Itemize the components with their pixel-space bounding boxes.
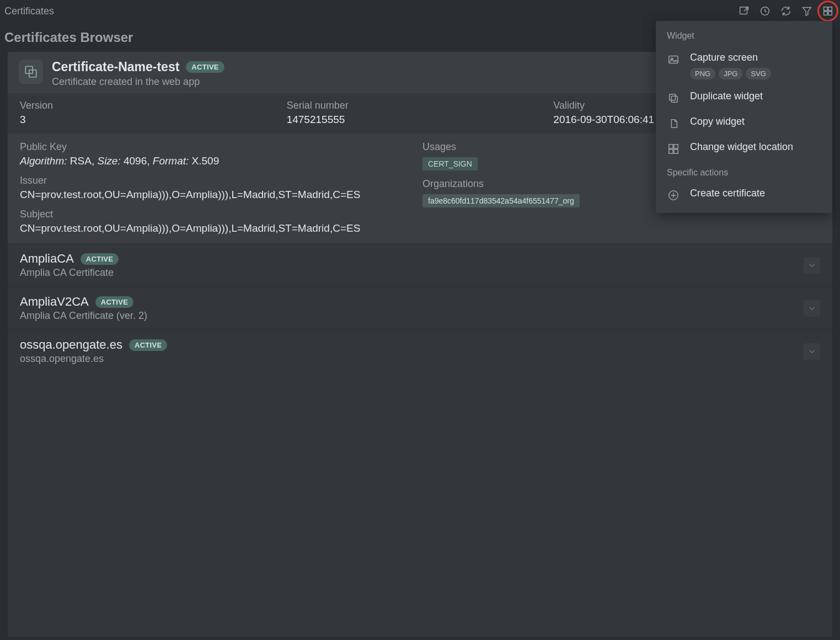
svg-rect-8 <box>669 56 678 63</box>
version-label: Version <box>20 100 287 111</box>
menu-label: Create certificate <box>690 188 821 199</box>
menu-label: Copy widget <box>690 116 821 127</box>
status-badge: ACTIVE <box>95 296 133 308</box>
pubkey-size: 4096 <box>124 155 147 167</box>
status-badge: ACTIVE <box>129 339 167 351</box>
format-pill-svg[interactable]: SVG <box>746 68 771 79</box>
svg-rect-10 <box>670 94 676 100</box>
serial-value: 1475215555 <box>287 114 554 126</box>
chevron-down-icon[interactable] <box>804 257 820 274</box>
row-title: ossqa.opengate.es <box>20 338 122 352</box>
menu-item-duplicate-widget[interactable]: Duplicate widget <box>656 85 832 110</box>
format-pill-jpg[interactable]: JPG <box>719 68 742 79</box>
svg-rect-3 <box>828 7 832 10</box>
version-value: 3 <box>20 114 287 126</box>
format-pill-png[interactable]: PNG <box>690 68 715 79</box>
copy-icon <box>667 117 680 130</box>
refresh-icon[interactable] <box>778 3 794 19</box>
publickey-label: Public Key <box>20 141 422 153</box>
chevron-down-icon[interactable] <box>804 343 820 360</box>
chevron-down-icon[interactable] <box>804 300 820 317</box>
menu-item-change-location[interactable]: Change widget location <box>656 136 832 161</box>
svg-rect-13 <box>674 145 678 148</box>
status-badge: ACTIVE <box>186 61 224 73</box>
pubkey-size-label: Size: <box>97 155 120 167</box>
usage-tag: CERT_SIGN <box>422 157 478 170</box>
certificate-row[interactable]: AmpliaCA ACTIVE Amplia CA Certificate <box>8 243 832 286</box>
publickey-value: Algorithm: RSA, Size: 4096, Format: X.50… <box>20 155 422 167</box>
svg-rect-4 <box>824 12 827 15</box>
certificate-row[interactable]: AmpliaV2CA ACTIVE Amplia CA Certificate … <box>8 286 832 329</box>
status-badge: ACTIVE <box>81 253 119 265</box>
pubkey-format: X.509 <box>192 155 220 167</box>
menu-label: Duplicate widget <box>690 90 821 102</box>
organization-tag: fa9e8c60fd117d83542a54a4f6551477_org <box>422 194 580 207</box>
widget-menu: Widget Capture screen PNG JPG SVG Duplic… <box>656 21 832 213</box>
menu-item-copy-widget[interactable]: Copy widget <box>656 110 832 136</box>
svg-rect-12 <box>669 145 673 148</box>
certificate-icon <box>19 60 43 84</box>
menu-section-widget: Widget <box>656 28 832 46</box>
pubkey-format-label: Format: <box>153 155 189 167</box>
svg-rect-2 <box>824 7 827 10</box>
svg-rect-15 <box>674 150 678 153</box>
menu-label: Change widget location <box>690 141 821 153</box>
svg-rect-11 <box>671 96 677 102</box>
move-icon <box>667 142 680 156</box>
row-subtitle: Amplia CA Certificate (ver. 2) <box>20 310 147 322</box>
svg-rect-5 <box>828 12 832 15</box>
pubkey-alg-label: Algorithm: <box>20 155 67 167</box>
svg-rect-14 <box>669 150 673 153</box>
svg-rect-0 <box>740 7 747 14</box>
topbar: Certificates <box>0 0 840 22</box>
certificate-name: Certificate-Name-test <box>52 60 179 74</box>
issuer-value: CN=prov.test.root,OU=Amplia))),O=Amplia)… <box>20 189 422 201</box>
row-subtitle: ossqa.opengate.es <box>20 353 167 365</box>
plus-circle-icon <box>667 189 680 202</box>
certificate-row[interactable]: ossqa.opengate.es ACTIVE ossqa.opengate.… <box>8 329 832 372</box>
subject-label: Subject <box>20 209 422 220</box>
issuer-label: Issuer <box>20 175 422 186</box>
pubkey-alg: RSA <box>70 155 92 167</box>
menu-label: Capture screen <box>690 52 821 63</box>
menu-section-specific: Specific actions <box>656 161 832 182</box>
row-title: AmpliaV2CA <box>20 295 89 309</box>
filter-icon[interactable] <box>799 3 815 19</box>
subject-value: CN=prov.test.root,OU=Amplia))),O=Amplia)… <box>20 222 422 234</box>
menu-item-create-certificate[interactable]: Create certificate <box>656 182 832 207</box>
serial-label: Serial number <box>287 100 554 111</box>
widget-menu-icon[interactable] <box>820 3 836 19</box>
clock-icon[interactable] <box>757 3 773 19</box>
image-icon <box>667 53 680 66</box>
menu-item-capture-screen[interactable]: Capture screen PNG JPG SVG <box>656 46 832 85</box>
row-title: AmpliaCA <box>20 252 74 266</box>
row-subtitle: Amplia CA Certificate <box>20 267 119 279</box>
duplicate-icon <box>667 92 680 105</box>
page-header-title: Certificates <box>4 6 54 17</box>
export-icon[interactable] <box>736 3 752 19</box>
topbar-actions <box>736 3 836 19</box>
